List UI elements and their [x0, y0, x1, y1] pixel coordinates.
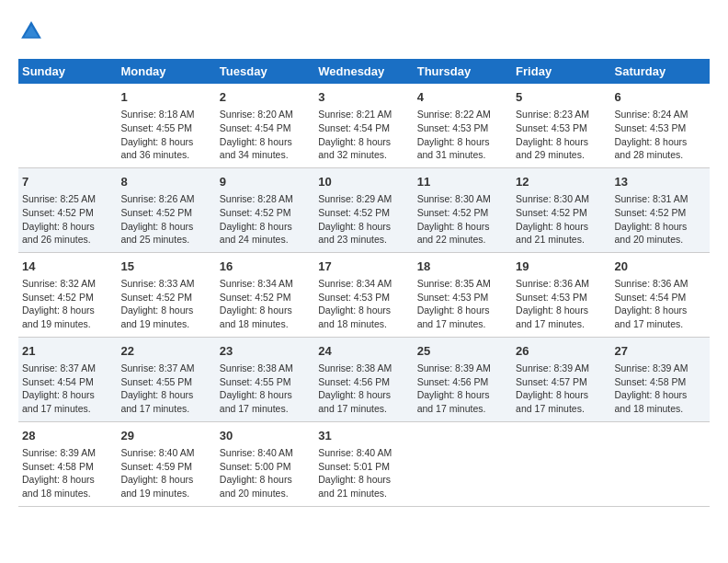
calendar-cell: 18Sunrise: 8:35 AM Sunset: 4:53 PM Dayli… — [414, 252, 512, 337]
day-number: 26 — [516, 343, 607, 360]
calendar-cell: 12Sunrise: 8:30 AM Sunset: 4:52 PM Dayli… — [512, 167, 610, 252]
day-number: 25 — [417, 343, 508, 360]
day-info: Sunrise: 8:28 AM Sunset: 4:52 PM Dayligh… — [220, 192, 311, 247]
day-info: Sunrise: 8:37 AM Sunset: 4:55 PM Dayligh… — [120, 362, 211, 416]
day-number: 31 — [318, 428, 409, 444]
day-number: 16 — [220, 259, 311, 275]
day-info: Sunrise: 8:22 AM Sunset: 4:53 PM Dayligh… — [417, 108, 508, 162]
calendar-cell: 3Sunrise: 8:21 AM Sunset: 4:54 PM Daylig… — [314, 84, 413, 167]
page-header — [18, 18, 710, 44]
calendar-cell — [512, 421, 610, 506]
weekday-header: Wednesday — [314, 59, 413, 84]
calendar-cell: 19Sunrise: 8:36 AM Sunset: 4:53 PM Dayli… — [512, 252, 610, 337]
calendar-cell: 9Sunrise: 8:28 AM Sunset: 4:52 PM Daylig… — [216, 167, 314, 252]
day-number: 2 — [220, 89, 311, 106]
calendar-cell: 15Sunrise: 8:33 AM Sunset: 4:52 PM Dayli… — [117, 252, 215, 337]
calendar-cell: 2Sunrise: 8:20 AM Sunset: 4:54 PM Daylig… — [216, 84, 314, 167]
weekday-header: Monday — [117, 59, 215, 84]
day-number: 19 — [516, 259, 607, 275]
calendar-cell — [414, 421, 512, 506]
day-info: Sunrise: 8:33 AM Sunset: 4:52 PM Dayligh… — [120, 277, 211, 331]
calendar-cell: 1Sunrise: 8:18 AM Sunset: 4:55 PM Daylig… — [117, 84, 215, 167]
calendar-cell: 28Sunrise: 8:39 AM Sunset: 4:58 PM Dayli… — [18, 421, 117, 506]
weekday-header: Tuesday — [216, 59, 314, 84]
day-number: 13 — [615, 174, 706, 190]
calendar-cell: 22Sunrise: 8:37 AM Sunset: 4:55 PM Dayli… — [117, 337, 215, 421]
day-number: 9 — [220, 174, 311, 190]
day-info: Sunrise: 8:26 AM Sunset: 4:52 PM Dayligh… — [120, 192, 211, 247]
calendar-cell: 25Sunrise: 8:39 AM Sunset: 4:56 PM Dayli… — [414, 337, 512, 421]
logo — [18, 18, 46, 44]
day-number: 30 — [220, 428, 311, 444]
weekday-header: Friday — [512, 59, 610, 84]
day-info: Sunrise: 8:34 AM Sunset: 4:52 PM Dayligh… — [220, 277, 311, 331]
calendar-cell: 14Sunrise: 8:32 AM Sunset: 4:52 PM Dayli… — [18, 252, 117, 337]
day-info: Sunrise: 8:20 AM Sunset: 4:54 PM Dayligh… — [220, 108, 311, 162]
calendar-cell: 16Sunrise: 8:34 AM Sunset: 4:52 PM Dayli… — [216, 252, 314, 337]
day-number: 1 — [120, 89, 211, 106]
day-info: Sunrise: 8:18 AM Sunset: 4:55 PM Dayligh… — [120, 108, 211, 162]
day-info: Sunrise: 8:36 AM Sunset: 4:54 PM Dayligh… — [615, 277, 706, 331]
day-info: Sunrise: 8:32 AM Sunset: 4:52 PM Dayligh… — [22, 277, 113, 331]
calendar-cell: 24Sunrise: 8:38 AM Sunset: 4:56 PM Dayli… — [314, 337, 413, 421]
day-number: 7 — [22, 174, 113, 190]
day-info: Sunrise: 8:36 AM Sunset: 4:53 PM Dayligh… — [516, 277, 607, 331]
day-number: 8 — [120, 174, 211, 190]
calendar-cell: 27Sunrise: 8:39 AM Sunset: 4:58 PM Dayli… — [611, 337, 710, 421]
day-number: 6 — [615, 89, 706, 106]
calendar-cell: 23Sunrise: 8:38 AM Sunset: 4:55 PM Dayli… — [216, 337, 314, 421]
calendar-cell: 31Sunrise: 8:40 AM Sunset: 5:01 PM Dayli… — [314, 421, 413, 506]
calendar-cell: 13Sunrise: 8:31 AM Sunset: 4:52 PM Dayli… — [611, 167, 710, 252]
calendar-cell — [611, 421, 710, 506]
day-info: Sunrise: 8:25 AM Sunset: 4:52 PM Dayligh… — [22, 192, 113, 247]
day-number: 5 — [516, 89, 607, 106]
day-info: Sunrise: 8:24 AM Sunset: 4:53 PM Dayligh… — [615, 108, 706, 162]
day-info: Sunrise: 8:40 AM Sunset: 5:01 PM Dayligh… — [318, 446, 409, 500]
day-number: 27 — [615, 343, 706, 360]
calendar-cell: 11Sunrise: 8:30 AM Sunset: 4:52 PM Dayli… — [414, 167, 512, 252]
day-number: 21 — [22, 343, 113, 360]
day-number: 14 — [22, 259, 113, 275]
calendar-cell: 6Sunrise: 8:24 AM Sunset: 4:53 PM Daylig… — [611, 84, 710, 167]
day-info: Sunrise: 8:34 AM Sunset: 4:53 PM Dayligh… — [318, 277, 409, 331]
weekday-header-row: SundayMondayTuesdayWednesdayThursdayFrid… — [18, 59, 710, 84]
day-info: Sunrise: 8:29 AM Sunset: 4:52 PM Dayligh… — [318, 192, 409, 247]
calendar-cell: 10Sunrise: 8:29 AM Sunset: 4:52 PM Dayli… — [314, 167, 413, 252]
calendar-cell: 8Sunrise: 8:26 AM Sunset: 4:52 PM Daylig… — [117, 167, 215, 252]
day-number: 29 — [120, 428, 211, 444]
day-number: 20 — [615, 259, 706, 275]
day-info: Sunrise: 8:35 AM Sunset: 4:53 PM Dayligh… — [417, 277, 508, 331]
day-info: Sunrise: 8:37 AM Sunset: 4:54 PM Dayligh… — [22, 362, 113, 416]
calendar-cell — [18, 84, 117, 167]
day-number: 24 — [318, 343, 409, 360]
weekday-header: Thursday — [414, 59, 512, 84]
day-info: Sunrise: 8:31 AM Sunset: 4:52 PM Dayligh… — [615, 192, 706, 247]
day-info: Sunrise: 8:23 AM Sunset: 4:53 PM Dayligh… — [516, 108, 607, 162]
calendar-cell: 21Sunrise: 8:37 AM Sunset: 4:54 PM Dayli… — [18, 337, 117, 421]
day-info: Sunrise: 8:39 AM Sunset: 4:56 PM Dayligh… — [417, 362, 508, 416]
calendar-cell: 26Sunrise: 8:39 AM Sunset: 4:57 PM Dayli… — [512, 337, 610, 421]
day-number: 10 — [318, 174, 409, 190]
calendar-cell: 5Sunrise: 8:23 AM Sunset: 4:53 PM Daylig… — [512, 84, 610, 167]
calendar-week-row: 7Sunrise: 8:25 AM Sunset: 4:52 PM Daylig… — [18, 167, 710, 252]
calendar-week-row: 14Sunrise: 8:32 AM Sunset: 4:52 PM Dayli… — [18, 252, 710, 337]
day-info: Sunrise: 8:39 AM Sunset: 4:58 PM Dayligh… — [615, 362, 706, 416]
day-number: 4 — [417, 89, 508, 106]
calendar-cell: 30Sunrise: 8:40 AM Sunset: 5:00 PM Dayli… — [216, 421, 314, 506]
day-info: Sunrise: 8:30 AM Sunset: 4:52 PM Dayligh… — [516, 192, 607, 247]
day-number: 22 — [120, 343, 211, 360]
calendar-week-row: 21Sunrise: 8:37 AM Sunset: 4:54 PM Dayli… — [18, 337, 710, 421]
day-number: 18 — [417, 259, 508, 275]
day-number: 28 — [22, 428, 113, 444]
day-number: 12 — [516, 174, 607, 190]
day-info: Sunrise: 8:40 AM Sunset: 5:00 PM Dayligh… — [220, 446, 311, 500]
calendar-week-row: 28Sunrise: 8:39 AM Sunset: 4:58 PM Dayli… — [18, 421, 710, 506]
calendar-cell: 4Sunrise: 8:22 AM Sunset: 4:53 PM Daylig… — [414, 84, 512, 167]
calendar-cell: 29Sunrise: 8:40 AM Sunset: 4:59 PM Dayli… — [117, 421, 215, 506]
day-number: 17 — [318, 259, 409, 275]
calendar-table: SundayMondayTuesdayWednesdayThursdayFrid… — [18, 59, 710, 507]
day-info: Sunrise: 8:39 AM Sunset: 4:57 PM Dayligh… — [516, 362, 607, 416]
weekday-header: Saturday — [611, 59, 710, 84]
day-info: Sunrise: 8:38 AM Sunset: 4:55 PM Dayligh… — [220, 362, 311, 416]
day-number: 3 — [318, 89, 409, 106]
